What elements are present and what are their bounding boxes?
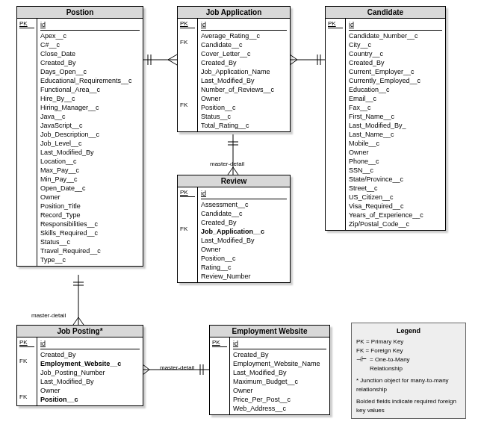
- svg-line-14: [233, 167, 238, 175]
- pk-label: PK: [19, 20, 34, 28]
- field: Candidate_Number__c: [349, 31, 442, 40]
- field: Owner: [349, 148, 442, 157]
- field: Created_By: [40, 350, 140, 359]
- id-field: id: [201, 189, 287, 199]
- field: Min_Pay__c: [40, 175, 140, 184]
- field: Last_Modified_By: [233, 368, 326, 377]
- field: Cover_Letter__c: [201, 49, 287, 58]
- entity-employment-website: Employment Website PK id Created_ByEmplo…: [209, 325, 330, 415]
- svg-line-9: [290, 60, 297, 65]
- field: Open_Date__c: [40, 184, 140, 193]
- legend-box: Legend PK = Primary Key FK = Foreign Key…: [351, 323, 466, 419]
- fk-label: FK: [180, 225, 195, 234]
- field: Review_Number: [201, 272, 287, 281]
- field: Created_By: [233, 350, 326, 359]
- fk-label: FK: [19, 357, 34, 366]
- field: Last_Modified_By: [40, 377, 140, 386]
- field: Last_Name__c: [349, 130, 442, 139]
- fk-label: [19, 375, 34, 384]
- field: Travel_Required__c: [40, 246, 140, 255]
- field: Created_By: [40, 58, 140, 67]
- id-field: id: [40, 339, 140, 349]
- field: Zip/Postal_Code__c: [349, 220, 442, 228]
- fk-label: [19, 384, 34, 393]
- fk-label: [180, 198, 195, 207]
- entity-title: Candidate: [326, 7, 445, 19]
- field: Owner: [201, 245, 287, 254]
- entity-job-application: Job Application PKFKFK id Average_Rating…: [177, 6, 291, 132]
- field: Last_Modified_By: [40, 148, 140, 157]
- field: Currently_Employed__c: [349, 76, 442, 85]
- field: Type__c: [40, 255, 140, 264]
- field: Responsibilities__c: [40, 220, 140, 228]
- field: Job_Level__c: [40, 139, 140, 148]
- field: Maximum_Budget__c: [233, 377, 326, 386]
- field: Current_Employer__c: [349, 67, 442, 76]
- entity-title: Employment Website: [210, 326, 329, 337]
- field: Skills_Required__c: [40, 228, 140, 237]
- field: Educational_Requirements__c: [40, 76, 140, 85]
- fk-label: [180, 261, 195, 270]
- id-field: id: [233, 339, 326, 349]
- fk-label: [19, 366, 34, 375]
- fk-label: [180, 110, 195, 119]
- entity-candidate: Candidate PK id Candidate_Number__cCity_…: [325, 6, 446, 231]
- field: Position_Title: [40, 202, 140, 211]
- field: Visa_Required__c: [349, 202, 442, 211]
- entity-position: Postion PK id Apex__cC#__cClose_DateCrea…: [16, 6, 143, 267]
- fk-label: [180, 216, 195, 225]
- field: Job_Description__c: [40, 130, 140, 139]
- svg-line-19: [78, 317, 84, 325]
- field: Job_Application_Name: [201, 67, 287, 76]
- field: Position__c: [201, 103, 287, 112]
- field: Owner: [233, 386, 326, 395]
- field: Average_Rating__c: [201, 31, 287, 40]
- fk-label: [180, 92, 195, 101]
- fk-label: [180, 270, 195, 279]
- id-field: id: [40, 20, 140, 31]
- field: SSN__c: [349, 166, 442, 175]
- field: Position__c: [201, 254, 287, 263]
- field: C#__c: [40, 40, 140, 49]
- rel-label-md: master-detail: [210, 161, 244, 167]
- rel-label-md: master-detail: [160, 364, 194, 371]
- svg-line-23: [143, 364, 149, 370]
- field: Last_Modified_By_: [349, 121, 442, 130]
- field: Status__c: [201, 112, 287, 121]
- field: Web_Address__c: [233, 404, 326, 413]
- fk-label: [180, 243, 195, 252]
- field: Years_of_Experience__c: [349, 211, 442, 220]
- id-field: id: [201, 20, 287, 31]
- field: Education__c: [349, 85, 442, 94]
- legend-fk: FK = Foreign Key: [356, 346, 461, 355]
- fk-label: [180, 29, 195, 38]
- field: Phone__c: [349, 157, 442, 166]
- field: Days_Open__c: [40, 67, 140, 76]
- field: Last_Modified_By: [201, 76, 287, 85]
- pk-label: PK: [328, 20, 343, 28]
- fk-label: [180, 207, 195, 216]
- svg-line-13: [228, 167, 233, 175]
- svg-line-3: [168, 55, 177, 60]
- field: City__c: [349, 40, 442, 49]
- fk-label: FK: [180, 38, 195, 47]
- field: Number_of_Reviews__c: [201, 85, 287, 94]
- field: JavaScript__c: [40, 121, 140, 130]
- fk-label: [180, 234, 195, 243]
- entity-title: Review: [178, 175, 290, 187]
- fk-label: [180, 65, 195, 74]
- field: Street__c: [349, 184, 442, 193]
- field: Country__c: [349, 49, 442, 58]
- field: First_Name__c: [349, 112, 442, 121]
- field: Hiring_Manager__c: [40, 103, 140, 112]
- field: Candidate__c: [201, 209, 287, 218]
- field: Mobile__c: [349, 139, 442, 148]
- field: Position__c: [40, 395, 140, 404]
- field: Created_By: [201, 218, 287, 227]
- legend-rel2: Relationship: [356, 364, 461, 373]
- pk-label: PK: [212, 339, 227, 347]
- field: Job_Application__c: [201, 227, 287, 236]
- field: Functional_Area__c: [40, 85, 140, 94]
- field: Rating__c: [201, 263, 287, 272]
- field: Candidate__c: [201, 40, 287, 49]
